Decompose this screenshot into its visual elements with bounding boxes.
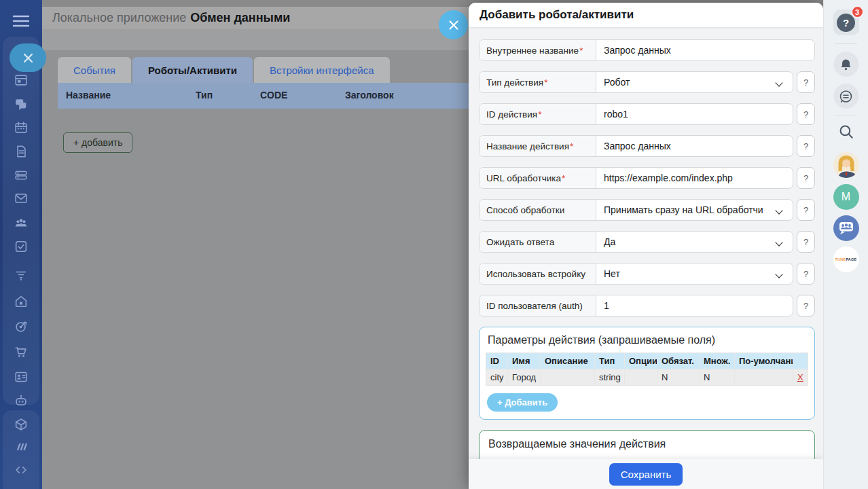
- inner-slider-close-button[interactable]: [10, 43, 46, 72]
- column-header-code: CODE: [260, 90, 287, 101]
- chevron-down-icon: [775, 238, 782, 246]
- action-name-input[interactable]: Запрос данных: [596, 136, 793, 156]
- field-label: ID действия*: [480, 104, 596, 124]
- column-header-title: Заголовок: [345, 90, 394, 101]
- internal-name-input[interactable]: Запрос данных: [596, 40, 814, 60]
- help-button[interactable]: ?: [797, 103, 815, 125]
- help-button[interactable]: ?: [797, 135, 815, 157]
- params-section-title: Параметры действия (запрашиваемые поля): [488, 334, 808, 346]
- returns-section-title: Возвращаемые значения действия: [488, 438, 808, 450]
- action-params-section: Параметры действия (запрашиваемые поля) …: [479, 327, 815, 420]
- sidebar-item-messenger[interactable]: [14, 96, 29, 111]
- notification-badge: 3: [851, 5, 864, 18]
- tab-robots-activities[interactable]: Роботы/Активити: [132, 57, 253, 83]
- help-button[interactable]: ?: [797, 199, 815, 221]
- sidebar-item-company[interactable]: [14, 294, 29, 309]
- user-avatar[interactable]: [833, 152, 859, 178]
- slider-form: Внутреннее название* Запрос данных Тип д…: [469, 29, 823, 459]
- use-embedding-select[interactable]: Нет: [596, 264, 793, 284]
- page-background-strip: [42, 0, 469, 7]
- form-row-internal-name: Внутреннее название* Запрос данных: [479, 39, 815, 61]
- search-button[interactable]: [837, 123, 855, 141]
- handler-url-input[interactable]: https://example.com/index.php: [596, 168, 793, 188]
- sidebar-item-tasks[interactable]: [14, 239, 29, 254]
- tab-events[interactable]: События: [58, 57, 131, 83]
- chevron-down-icon: [775, 79, 782, 86]
- notifications-button[interactable]: [833, 52, 858, 77]
- field-label: URL обработчика*: [480, 168, 596, 188]
- field-label: Использовать встройку: [480, 264, 596, 284]
- help-button[interactable]: ?: [797, 295, 815, 316]
- form-row-auth-user-id: ID пользователя (auth) 1 ?: [479, 295, 815, 316]
- tunepage-logo[interactable]: TUNEPAGE: [833, 247, 859, 272]
- help-button[interactable]: ?: [797, 71, 815, 93]
- column-header-type: Тип: [196, 90, 213, 101]
- m-avatar[interactable]: M: [833, 184, 859, 210]
- app-title: Обмен данными: [190, 11, 290, 25]
- help-button[interactable]: ?: [797, 167, 815, 189]
- add-param-button[interactable]: + Добавить: [487, 393, 558, 412]
- delete-param-link[interactable]: X: [797, 372, 803, 382]
- sidebar-item-shop-cart[interactable]: [14, 344, 29, 359]
- action-id-input[interactable]: robo1: [596, 104, 793, 124]
- form-row-use-embedding: Использовать встройку Нет ?: [479, 263, 815, 285]
- column-header-name: Название: [66, 90, 111, 101]
- sidebar-item-employees[interactable]: [14, 215, 29, 230]
- search-icon: [837, 123, 855, 141]
- sidebar-item-mail[interactable]: [14, 191, 29, 206]
- form-row-action-name: Название действия* Запрос данных ?: [479, 135, 815, 157]
- slider-title: Добавить робота/активити: [469, 3, 823, 28]
- sidebar-item-documents[interactable]: [14, 144, 29, 159]
- sidebar-item-drive[interactable]: [14, 168, 29, 183]
- sidebar-item-developer-code[interactable]: [14, 463, 29, 477]
- save-button[interactable]: Сохранить: [609, 463, 683, 486]
- tab-interface-embeddings[interactable]: Встройки интерфейса: [254, 57, 390, 83]
- add-robot-button[interactable]: + добавить: [63, 132, 132, 153]
- app-title-bar: Локальное приложение Обмен данными: [42, 7, 469, 29]
- group-chat-icon: [833, 215, 859, 241]
- sidebar-item-sites[interactable]: [14, 439, 29, 454]
- sidebar-item-marketing-target[interactable]: [14, 319, 29, 334]
- sidebar-item-crm-funnel[interactable]: [14, 268, 29, 283]
- action-type-select[interactable]: Робот: [596, 72, 793, 92]
- app-sub-strip: [42, 29, 469, 50]
- close-icon: [23, 53, 33, 63]
- chat-lines-icon: [839, 89, 854, 104]
- help-button[interactable]: ?: [797, 263, 815, 285]
- form-row-action-type: Тип действия* Робот ?: [479, 71, 815, 93]
- sidebar-item-automation-robot[interactable]: [14, 393, 29, 408]
- field-label: Внутреннее название*: [480, 40, 596, 60]
- auth-user-id-input[interactable]: 1: [596, 295, 793, 316]
- chevron-down-icon: [775, 270, 782, 278]
- group-chat-button[interactable]: [833, 215, 859, 241]
- right-sidebar: ? 3 M TUNEPAGE: [823, 0, 868, 489]
- left-sidebar: [0, 0, 42, 489]
- close-icon: [448, 20, 459, 31]
- field-label: ID пользователя (auth): [480, 295, 596, 316]
- form-row-wait-response: Ожидать ответа Да ?: [479, 231, 815, 253]
- help-button[interactable]: ?: [797, 231, 815, 253]
- sidebar-item-calendar[interactable]: [14, 120, 29, 135]
- form-row-processing-mode: Способ обработки Принимать сразу на URL …: [479, 199, 815, 221]
- sidebar-item-live-feed[interactable]: [14, 73, 29, 88]
- sidebar-item-apps-cube[interactable]: [14, 417, 29, 432]
- form-row-handler-url: URL обработчика* https://example.com/ind…: [479, 167, 815, 189]
- bell-icon: [839, 58, 853, 71]
- divider: [835, 43, 857, 44]
- divider: [835, 115, 857, 115]
- woman-avatar-icon: [833, 152, 859, 178]
- app-title-prefix: Локальное приложение: [52, 11, 186, 25]
- chevron-down-icon: [775, 206, 782, 214]
- field-label: Тип действия*: [480, 72, 596, 92]
- messages-button[interactable]: [833, 84, 858, 109]
- wait-response-select[interactable]: Да: [596, 232, 793, 252]
- sidebar-item-contact-card[interactable]: [14, 369, 29, 384]
- slider-close-button[interactable]: [439, 10, 468, 39]
- menu-icon[interactable]: [12, 14, 31, 29]
- tab-bar: События Роботы/Активити Встройки интерфе…: [58, 57, 390, 83]
- action-returns-section: Возвращаемые значения действия: [479, 430, 815, 459]
- params-table-row: city Город string N N X: [486, 369, 808, 386]
- processing-mode-select[interactable]: Принимать сразу на URL обработчи: [596, 200, 793, 220]
- help-button-global[interactable]: ? 3: [833, 10, 859, 35]
- field-label: Способ обработки: [480, 200, 596, 220]
